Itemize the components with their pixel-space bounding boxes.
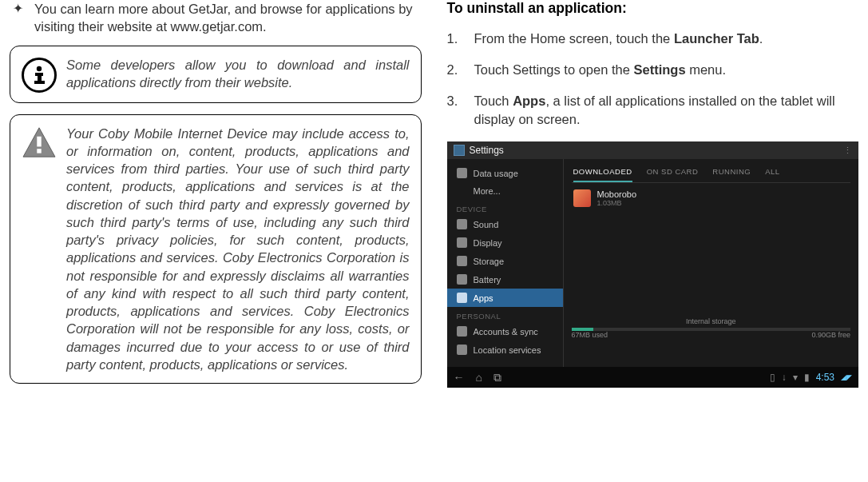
ss-header: Settings ⋮: [447, 141, 859, 159]
sidebar-item-apps[interactable]: Apps: [447, 289, 563, 307]
warning-icon: [22, 126, 57, 161]
menu-dots-icon[interactable]: ⋮: [843, 145, 852, 156]
tab-running[interactable]: RUNNING: [712, 167, 751, 176]
wifi-icon: ▾: [793, 372, 798, 383]
step-2: Touch Settings to open the Settings menu…: [447, 61, 859, 79]
storage-used: 67MB used: [572, 331, 608, 339]
clock-ampm-icon: ◢◤: [841, 373, 852, 381]
section-device: DEVICE: [447, 200, 563, 215]
bullet-getjar: ✦ You can learn more about GetJar, and b…: [10, 0, 422, 36]
step-1: From the Home screen, touch the Launcher…: [447, 30, 859, 48]
status-icon-1: ▯: [770, 372, 775, 383]
settings-screenshot: Settings ⋮ Data usage More... DEVICE Sou…: [447, 141, 859, 388]
sidebar-item-battery[interactable]: Battery: [447, 270, 563, 289]
app-size: 1.03MB: [597, 199, 637, 207]
battery-icon: [457, 274, 467, 285]
section-personal: PERSONAL: [447, 307, 563, 322]
ss-tabs: DOWNLOADED ON SD CARD RUNNING ALL: [572, 164, 851, 183]
sidebar-item-storage[interactable]: Storage: [447, 252, 563, 270]
info-box-developers: Some developers allow you to download an…: [10, 46, 422, 103]
ss-main: DOWNLOADED ON SD CARD RUNNING ALL Moboro…: [563, 159, 859, 367]
tab-all[interactable]: ALL: [765, 167, 779, 176]
svg-rect-6: [37, 149, 41, 153]
sync-icon: [457, 326, 467, 337]
uninstall-heading: To uninstall an application:: [447, 0, 859, 17]
sidebar-item-more[interactable]: More...: [447, 182, 563, 200]
right-column: To uninstall an application: From the Ho…: [434, 0, 869, 482]
settings-header-icon: [454, 145, 465, 156]
app-list-item[interactable]: Moborobo 1.03MB: [572, 183, 851, 213]
tab-onsd[interactable]: ON SD CARD: [647, 167, 699, 176]
steps-list: From the Home screen, touch the Launcher…: [447, 30, 859, 129]
sidebar-item-display[interactable]: Display: [447, 233, 563, 252]
svg-rect-3: [34, 81, 45, 84]
info-icon: [22, 58, 57, 93]
apps-icon: [457, 293, 467, 303]
bullet-text: You can learn more about GetJar, and bro…: [34, 0, 422, 36]
storage-label: Internal storage: [572, 317, 851, 325]
sidebar-item-data-usage[interactable]: Data usage: [447, 164, 563, 182]
app-icon: [573, 189, 591, 207]
ss-title: Settings: [470, 145, 504, 156]
warning-box-thirdparty: Your Coby Mobile Internet Device may inc…: [10, 114, 422, 384]
ss-body: Data usage More... DEVICE Sound Display …: [447, 159, 859, 367]
storage-icon: [457, 256, 467, 266]
display-icon: [457, 237, 467, 248]
sidebar-item-sound[interactable]: Sound: [447, 215, 563, 233]
sound-icon: [457, 219, 467, 229]
info-text-1: Some developers allow you to download an…: [66, 56, 410, 92]
storage-bar: [572, 328, 851, 331]
location-icon: [457, 345, 467, 355]
star-icon: ✦: [13, 0, 23, 36]
battery-status-icon: ▮: [804, 372, 810, 383]
ss-sidebar: Data usage More... DEVICE Sound Display …: [447, 159, 563, 367]
home-icon[interactable]: ⌂: [476, 371, 482, 384]
svg-rect-5: [37, 136, 41, 146]
storage-summary: Internal storage 67MB used 0.90GB free: [572, 317, 851, 339]
sidebar-item-accounts[interactable]: Accounts & sync: [447, 322, 563, 341]
clock: 4:53: [816, 372, 834, 383]
tab-downloaded[interactable]: DOWNLOADED: [573, 167, 632, 182]
sidebar-item-location[interactable]: Location services: [447, 341, 563, 359]
data-icon: [457, 168, 467, 178]
info-i-icon: [22, 58, 57, 93]
ss-navbar: ← ⌂ ⧉ ▯ ↓ ▾ ▮ 4:53 ◢◤: [447, 367, 859, 388]
status-icon-2: ↓: [782, 372, 787, 383]
warning-text: Your Coby Mobile Internet Device may inc…: [66, 125, 410, 374]
app-name: Moborobo: [597, 189, 637, 199]
svg-point-0: [37, 66, 42, 70]
storage-free: 0.90GB free: [811, 331, 850, 339]
step-3: Touch Apps, a list of all applications i…: [447, 92, 859, 129]
recent-icon[interactable]: ⧉: [493, 371, 501, 384]
left-column: ✦ You can learn more about GetJar, and b…: [0, 0, 434, 482]
back-icon[interactable]: ←: [454, 371, 465, 384]
